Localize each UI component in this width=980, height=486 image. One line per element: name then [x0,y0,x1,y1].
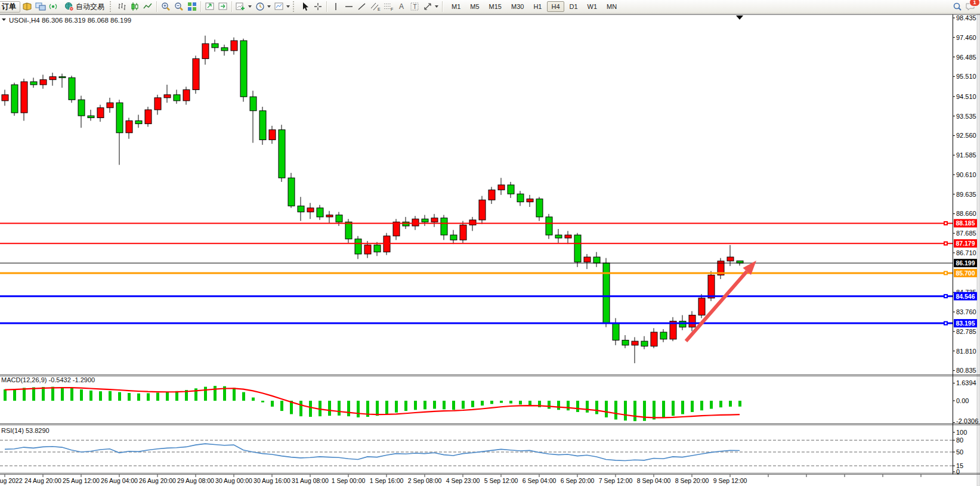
macd-axis-label: 0.00 [956,397,969,404]
candle-body [708,275,715,298]
price-axis-label: 92.560 [956,132,976,139]
text-label-icon[interactable]: T [408,1,421,13]
chart-bars-icon[interactable] [115,1,128,13]
candle-body [193,58,199,89]
cursor-icon[interactable] [298,1,311,13]
price-badge-label: 87.179 [956,240,975,247]
macd-bar [681,401,684,414]
crosshair-icon[interactable] [311,1,324,13]
line-handle-center [945,222,947,224]
price-axis-label: 87.685 [956,230,976,237]
chart-candles-icon[interactable] [128,1,141,13]
candle-body [536,199,543,217]
chart-line-icon[interactable] [141,1,154,13]
signal-icon[interactable] [47,1,60,13]
new-chart-icon[interactable] [234,1,247,13]
candle-body [651,332,657,346]
candle-body [97,108,104,118]
time-axis-label: 30 Aug 16:00 [253,477,290,484]
candle-body [250,97,256,111]
candle-body [269,130,276,140]
candle-body [164,95,171,98]
macd-bar [490,401,493,404]
candle-body [412,219,419,226]
macd-bar [710,401,713,409]
vertical-line-icon[interactable] [329,1,342,13]
candle-body [88,116,94,117]
periods-dropdown-caret[interactable] [267,5,271,8]
chart-canvas[interactable]: 98.43597.46096.48595.51094.51093.53592.5… [0,0,980,486]
candle-body [489,190,495,200]
templates-dropdown-caret[interactable] [286,5,290,8]
periods-icon[interactable] [253,1,266,13]
fibonacci-icon[interactable]: F [382,1,394,13]
macd-bar [23,388,26,401]
horizontal-line-icon[interactable] [342,1,355,13]
price-badge-label: 86.199 [956,259,975,267]
price-badge-label: 88.185 [956,219,975,227]
arrows-tool-icon[interactable] [421,1,434,13]
timeframe-M1[interactable]: M1 [447,1,465,12]
timeframe-D1[interactable]: D1 [565,1,582,12]
candle-body [298,206,304,212]
macd-bar [137,394,140,401]
search-icon[interactable] [951,1,963,13]
macd-bar [700,401,703,410]
candle-body [345,222,352,239]
candle-body [603,263,610,323]
right-edge-strip [977,14,980,486]
toolbar: 订单 自动交易 [0,0,980,14]
zoom-in-icon[interactable] [159,1,172,13]
macd-bar [42,387,45,401]
timeframe-H4[interactable]: H4 [547,1,564,12]
price-badge-label: 85.700 [956,270,975,277]
arrange-charts-icon[interactable] [203,1,216,13]
candle-body [50,77,56,80]
timeframe-H1[interactable]: H1 [529,1,546,12]
candle-body [202,44,209,58]
candle-body [450,235,457,240]
candle-body [21,82,27,113]
macd-bar [462,401,465,409]
macd-bar [605,401,608,417]
tile-windows-icon[interactable] [186,1,198,13]
price-axis-label: 96.485 [956,54,976,61]
templates-icon[interactable] [273,1,285,13]
time-axis-label: 26 Aug 20:00 [139,477,176,484]
autotrading-button[interactable]: 自动交易 [60,1,108,13]
time-axis-label: 7 Sep 12:00 [599,477,633,484]
time-axis-label: 8 Sep 20:00 [675,477,709,484]
market-watch-icon[interactable] [21,1,33,13]
trendline-icon[interactable] [355,1,368,13]
candle-body [2,95,8,101]
arrows-dropdown-caret[interactable] [435,5,438,8]
new-chart-dropdown-caret[interactable] [248,5,252,8]
candle-body [307,208,314,212]
candle-body [403,222,409,226]
timeframe-M30[interactable]: M30 [507,1,528,12]
time-axis-label: 30 Aug 00:00 [215,477,252,484]
timeframe-M5[interactable]: M5 [466,1,483,12]
macd-bar [691,401,694,412]
chat-icon[interactable]: 1 [964,1,976,13]
terminal-icon[interactable] [34,1,47,13]
new-order-button[interactable]: 订单 [0,1,20,13]
macd-bar [109,391,112,401]
candle-body [135,121,142,124]
macd-bar [99,391,102,401]
macd-bar [80,389,83,401]
candle-body [107,103,113,107]
candle-body [212,44,218,48]
time-axis-label: 24 Aug 20:00 [24,477,61,484]
timeframe-MN[interactable]: MN [602,1,621,12]
equidistant-channel-icon[interactable]: E [369,1,381,13]
macd-axis-label: 1.6394 [956,379,976,386]
text-icon[interactable]: A [395,1,407,13]
candle-body [508,185,514,194]
timeframe-M15[interactable]: M15 [485,1,506,12]
price-badge-label: 84.546 [956,293,975,300]
shift-chart-icon[interactable] [217,1,229,13]
timeframe-W1[interactable]: W1 [583,1,602,12]
zoom-out-icon[interactable] [172,1,185,13]
toolbar-drag-handle [110,1,112,12]
